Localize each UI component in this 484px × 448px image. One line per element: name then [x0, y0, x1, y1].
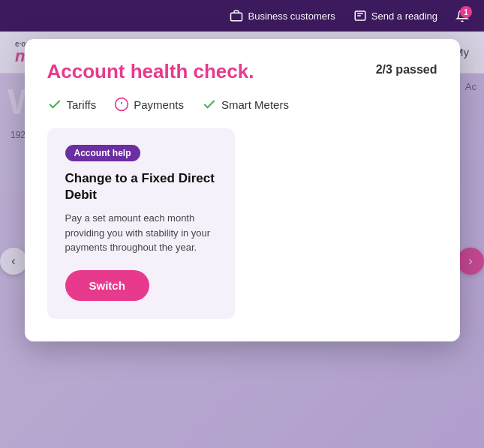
notification-badge: 1	[460, 6, 472, 18]
account-health-modal: Account health check. 2/3 passed Tariffs…	[25, 39, 460, 341]
business-customers-link[interactable]: Business customers	[230, 9, 335, 23]
meter-icon	[353, 9, 367, 23]
check-ok-2-icon	[202, 97, 217, 112]
modal-checks: Tariffs Payments Smart Meters	[47, 97, 437, 112]
svg-rect-0	[231, 13, 242, 21]
check-tariffs: Tariffs	[47, 97, 97, 112]
check-tariffs-label: Tariffs	[67, 98, 97, 111]
briefcase-icon	[230, 9, 243, 23]
card-tag: Account help	[65, 145, 140, 161]
modal-passed: 2/3 passed	[376, 60, 437, 77]
check-payments: Payments	[114, 97, 184, 112]
card-title: Change to a Fixed Direct Debit	[65, 170, 217, 203]
business-customers-label: Business customers	[248, 11, 335, 22]
warning-icon	[114, 97, 129, 112]
switch-button[interactable]: Switch	[65, 270, 149, 301]
card-desc: Pay a set amount each month providing yo…	[65, 211, 217, 255]
send-reading-label: Send a reading	[371, 11, 437, 22]
check-ok-icon	[47, 97, 62, 112]
modal-overlay: Account health check. 2/3 passed Tariffs…	[0, 32, 484, 448]
check-smart-meters-label: Smart Meters	[221, 98, 289, 111]
account-help-card: Account help Change to a Fixed Direct De…	[47, 128, 235, 319]
modal-header: Account health check. 2/3 passed	[47, 60, 437, 83]
top-bar: Business customers Send a reading 1	[0, 0, 484, 32]
send-reading-link[interactable]: Send a reading	[353, 9, 437, 23]
check-payments-label: Payments	[134, 98, 184, 111]
notifications[interactable]: 1	[455, 9, 469, 23]
modal-title: Account health check.	[47, 60, 254, 83]
check-smart-meters: Smart Meters	[202, 97, 289, 112]
